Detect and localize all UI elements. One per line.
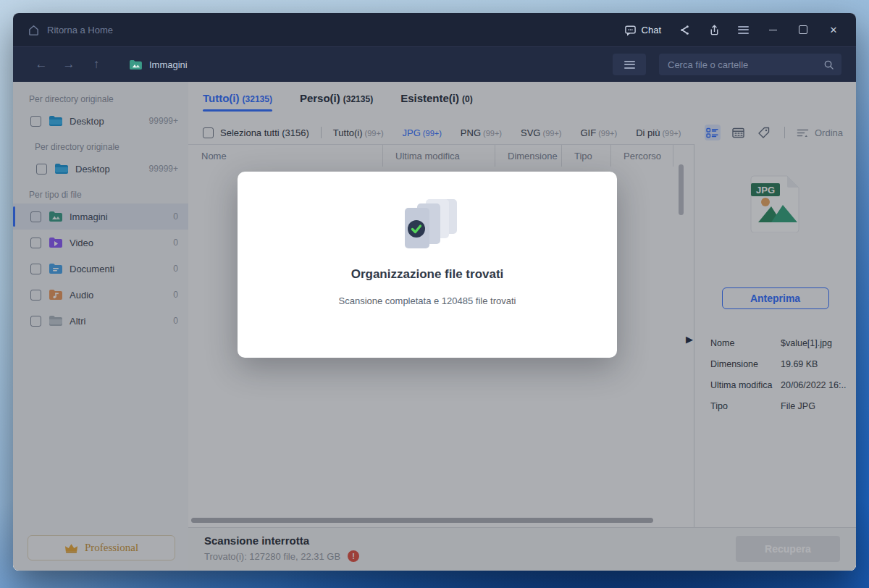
- breadcrumb-label: Immagini: [149, 59, 188, 70]
- images-folder-icon: [129, 59, 143, 70]
- search-input[interactable]: [666, 59, 823, 71]
- home-icon: [28, 24, 40, 36]
- navigation-bar: ← → ↑ Immagini: [13, 47, 856, 82]
- minimize-button[interactable]: [766, 23, 779, 36]
- chat-button[interactable]: Chat: [624, 24, 661, 36]
- scan-complete-dialog: Organizzazione file trovati Scansione co…: [238, 172, 617, 358]
- up-button[interactable]: ↑: [83, 57, 110, 72]
- view-menu-button[interactable]: [613, 54, 646, 75]
- minimize-icon: [769, 30, 777, 30]
- breadcrumb[interactable]: Immagini: [129, 59, 188, 70]
- menu-icon[interactable]: [738, 24, 749, 35]
- search-box: [659, 54, 841, 75]
- return-home-button[interactable]: Ritorna a Home: [28, 24, 113, 36]
- app-window: Ritorna a Home Chat ✕: [13, 13, 856, 571]
- dialog-title: Organizzazione file trovati: [351, 267, 504, 282]
- organizing-folders-icon: [392, 195, 462, 250]
- maximize-icon: [799, 25, 807, 34]
- maximize-button[interactable]: [797, 23, 810, 36]
- chat-label: Chat: [642, 25, 661, 35]
- export-icon[interactable]: [708, 24, 721, 36]
- forward-button[interactable]: →: [55, 57, 83, 72]
- share-icon[interactable]: [679, 24, 691, 36]
- menu-bars-icon: [624, 59, 635, 70]
- search-icon: [823, 59, 834, 70]
- return-home-label: Ritorna a Home: [47, 25, 113, 35]
- dialog-subtitle: Scansione completata e 120485 file trova…: [339, 295, 516, 306]
- chat-icon: [624, 24, 637, 36]
- back-button[interactable]: ←: [28, 57, 55, 72]
- close-button[interactable]: ✕: [827, 23, 840, 36]
- title-bar: Ritorna a Home Chat ✕: [13, 13, 856, 47]
